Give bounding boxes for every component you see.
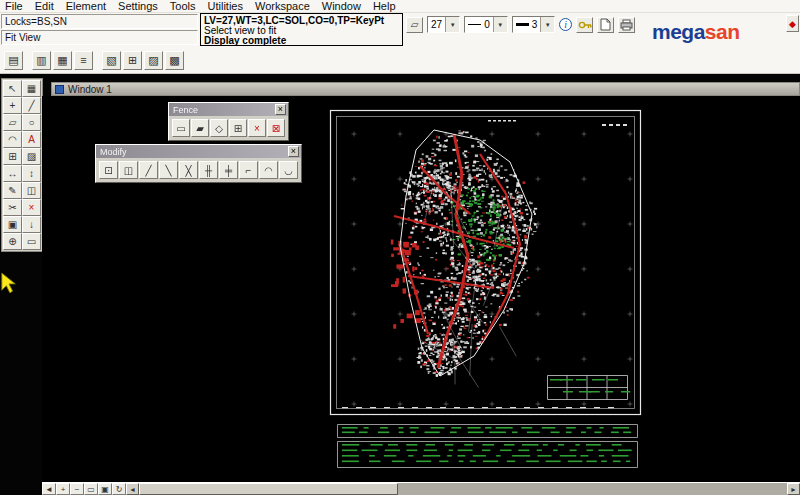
cell-library-icon[interactable]: ⊞ (123, 51, 142, 70)
close-icon[interactable]: × (288, 146, 299, 157)
measure-tool[interactable]: ↔ (3, 165, 22, 182)
menu-item[interactable]: Tools (170, 0, 196, 12)
menu-item[interactable]: Element (66, 0, 106, 12)
modify-tool[interactable]: ✂ (3, 199, 22, 216)
print-button[interactable] (618, 17, 635, 33)
key-in-icon[interactable] (576, 17, 593, 33)
horizontal-scrollbar[interactable]: ◄ ► (126, 483, 800, 495)
scroll-left-icon[interactable]: ◄ (126, 483, 139, 495)
line-style-sample (468, 24, 481, 25)
menu-item[interactable]: Edit (35, 0, 54, 12)
main-tool-palette: ↖▦+╱▱○◠A⊞▨↔↕✎◫✂×▣↓⊕▭ (1, 78, 43, 252)
line-style-combo[interactable]: 0 ▼ (464, 16, 508, 33)
view-window-title: Window 1 (68, 84, 112, 95)
fence-from-element-icon[interactable]: ◇ (210, 119, 228, 137)
modify-element-icon[interactable]: ⊡ (99, 161, 118, 179)
modify-toolbar-title: Modify (100, 147, 127, 157)
window-area-icon[interactable]: ▭ (84, 483, 98, 495)
database-tool[interactable]: ⊕ (3, 233, 22, 250)
menu-item[interactable]: File (5, 0, 23, 12)
zoom-out-icon[interactable]: − (70, 483, 84, 495)
menu-item[interactable]: Utilities (208, 0, 243, 12)
brand-logo-part1: mega (652, 20, 705, 43)
menu-item[interactable]: Window (322, 0, 361, 12)
fence-toolbar-titlebar[interactable]: Fence × (169, 103, 288, 116)
view-previous-icon[interactable]: ◄ (42, 483, 56, 495)
fence-toolbar-title: Fence (173, 105, 198, 115)
clipped-toolbar-button[interactable]: ◆ (786, 15, 799, 32)
active-level-combo[interactable]: 27 ▼ (427, 16, 460, 33)
chevron-down-icon[interactable]: ▼ (445, 17, 459, 32)
modify-toolbar-titlebar[interactable]: Modify × (96, 145, 301, 158)
printer-icon (620, 19, 633, 31)
level-manager-icon[interactable]: ≡ (74, 51, 93, 70)
references-icon[interactable]: ▥ (32, 51, 51, 70)
menu-item[interactable]: Settings (118, 0, 158, 12)
scrollbar-thumb[interactable] (139, 483, 398, 495)
linear-elements-tool[interactable]: ╱ (22, 97, 41, 114)
cells-tool[interactable]: ⊞ (3, 148, 22, 165)
place-fence-block-icon[interactable]: ▭ (172, 119, 190, 137)
hatching-icon[interactable]: ▨ (144, 51, 163, 70)
view-window-titlebar[interactable]: Window 1 (51, 82, 800, 96)
fence-from-view-icon[interactable]: ⊞ (229, 119, 247, 137)
delete-element-tool[interactable]: × (22, 199, 41, 216)
pattern-icon[interactable]: ▩ (165, 51, 184, 70)
view-window-icon (55, 85, 64, 94)
close-icon[interactable]: × (275, 104, 286, 115)
intersection-icon[interactable]: ⌐ (239, 161, 258, 179)
menu-item[interactable]: Help (373, 0, 396, 12)
break-element-icon[interactable]: ╱ (139, 161, 158, 179)
fence-tool[interactable]: ▦ (22, 80, 41, 97)
element-selection-tool[interactable]: ↖ (3, 80, 22, 97)
change-attributes-tool[interactable]: ✎ (3, 182, 22, 199)
level-display-icon[interactable]: ▧ (102, 51, 121, 70)
partial-delete-icon[interactable]: ◫ (119, 161, 138, 179)
delete-fence-contents-icon[interactable]: × (248, 119, 266, 137)
raster-manager-icon[interactable]: ▦ (53, 51, 72, 70)
info-icon[interactable]: i (559, 18, 572, 31)
raster-tool[interactable]: ▭ (22, 233, 41, 250)
element-attributes-toolbar: ▱ 27 ▼ 0 ▼ 3 ▼ i (406, 16, 635, 33)
new-file-button[interactable] (597, 17, 614, 33)
menu-item[interactable]: Workspace (255, 0, 310, 12)
circles-tool[interactable]: ○ (22, 114, 41, 131)
key-icon (578, 19, 592, 31)
text-tool[interactable]: A (22, 131, 41, 148)
primary-tools-toolbar: ▤▥▦≡▧⊞▨▩ (0, 47, 800, 74)
chevron-down-icon[interactable]: ▼ (540, 17, 554, 32)
extend-line-icon[interactable]: ╲ (159, 161, 178, 179)
line-weight-sample (516, 23, 529, 26)
patterns-tool[interactable]: ▨ (22, 148, 41, 165)
active-color-icon[interactable]: ▱ (406, 17, 423, 33)
modify-toolbar: Modify × ⊡◫╱╲╳╫╪⌐◠◡ (95, 144, 302, 183)
rotate-view-icon[interactable]: ↻ (112, 483, 126, 495)
scrollbar-track[interactable] (139, 483, 787, 495)
chevron-down-icon[interactable]: ▼ (493, 17, 507, 32)
extend-two-elements-icon[interactable]: ╫ (199, 161, 218, 179)
chamfer-icon[interactable]: ◡ (279, 161, 298, 179)
drop-fence-icon[interactable]: ⊠ (267, 119, 285, 137)
active-command-status: Fit View (1, 30, 198, 45)
line-weight-combo[interactable]: 3 ▼ (512, 16, 556, 33)
trim-elements-icon[interactable]: ╪ (219, 161, 238, 179)
polygons-tool[interactable]: ▱ (3, 114, 22, 131)
models-icon[interactable]: ▤ (4, 51, 23, 70)
drop-element-tool[interactable]: ↓ (22, 216, 41, 233)
fillet-icon[interactable]: ◠ (259, 161, 278, 179)
manipulate-tool[interactable]: ◫ (22, 182, 41, 199)
points-tool[interactable]: + (3, 97, 22, 114)
message-center: LV=27,WT=3,LC=SOL,CO=0,TP=KeyPt Select v… (200, 13, 403, 46)
page-icon (600, 18, 611, 31)
active-level-value: 27 (431, 19, 442, 30)
cad-application-window: FileEditElementSettingsToolsUtilitiesWor… (0, 0, 800, 500)
groups-tool[interactable]: ▣ (3, 216, 22, 233)
fit-view-icon[interactable]: ▣ (98, 483, 112, 495)
arcs-tool[interactable]: ◠ (3, 131, 22, 148)
place-fence-shape-icon[interactable]: ▰ (191, 119, 209, 137)
workspace: ↖▦+╱▱○◠A⊞▨↔↕✎◫✂×▣↓⊕▭ Window 1 Fence × ▭▰… (0, 74, 800, 495)
dimensions-tool[interactable]: ↕ (22, 165, 41, 182)
scroll-right-icon[interactable]: ► (787, 483, 800, 495)
extend-to-intersection-icon[interactable]: ╳ (179, 161, 198, 179)
zoom-in-icon[interactable]: + (56, 483, 70, 495)
